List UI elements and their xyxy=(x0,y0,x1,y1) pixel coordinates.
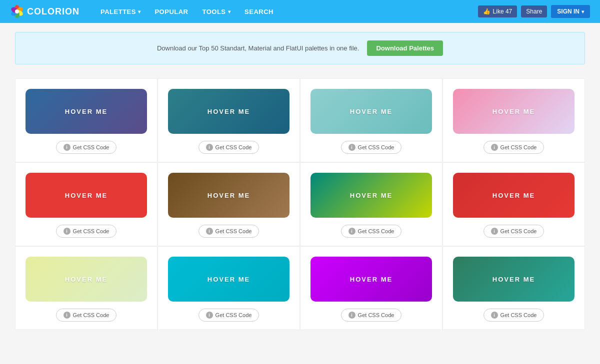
palette-hover-label: HOVER ME xyxy=(350,108,392,115)
palette-swatch[interactable]: HOVER ME xyxy=(453,173,574,218)
palette-grid: HOVER MEiGet CSS CodeHOVER MEiGet CSS Co… xyxy=(0,73,600,335)
get-css-button[interactable]: iGet CSS Code xyxy=(484,141,544,154)
get-css-label: Get CSS Code xyxy=(216,228,252,234)
palette-hover-label: HOVER ME xyxy=(208,276,250,283)
palette-hover-label: HOVER ME xyxy=(350,276,392,283)
share-button[interactable]: Share xyxy=(521,5,547,17)
palette-card: HOVER MEiGet CSS Code xyxy=(15,78,158,162)
palette-card: HOVER MEiGet CSS Code xyxy=(300,78,442,162)
nav-links: PALETTES ▾ POPULAR TOOLS ▾ SEARCH xyxy=(94,5,478,18)
logo-icon xyxy=(10,4,24,18)
get-css-button[interactable]: iGet CSS Code xyxy=(198,225,260,238)
palette-swatch[interactable]: HOVER ME xyxy=(26,89,147,134)
download-palettes-button[interactable]: Download Palettes xyxy=(367,40,443,56)
chevron-down-icon: ▾ xyxy=(582,9,584,14)
palette-hover-label: HOVER ME xyxy=(65,192,108,199)
get-css-button[interactable]: iGet CSS Code xyxy=(484,309,544,322)
navbar: COLORION PALETTES ▾ POPULAR TOOLS ▾ SEAR… xyxy=(0,0,600,23)
palette-card: HOVER MEiGet CSS Code xyxy=(15,162,158,246)
palette-swatch[interactable]: HOVER ME xyxy=(168,257,290,302)
info-icon: i xyxy=(206,312,213,319)
palette-swatch[interactable]: HOVER ME xyxy=(453,257,574,302)
get-css-label: Get CSS Code xyxy=(216,312,252,318)
palette-swatch[interactable]: HOVER ME xyxy=(26,173,147,218)
info-icon: i xyxy=(348,144,356,151)
nav-tools[interactable]: TOOLS ▾ xyxy=(196,5,237,18)
get-css-button[interactable]: iGet CSS Code xyxy=(198,141,260,154)
nav-search[interactable]: SEARCH xyxy=(238,5,280,18)
get-css-label: Get CSS Code xyxy=(73,228,110,234)
get-css-button[interactable]: iGet CSS Code xyxy=(484,225,544,238)
info-icon: i xyxy=(491,144,498,151)
info-icon: i xyxy=(64,228,70,235)
get-css-label: Get CSS Code xyxy=(358,228,394,234)
get-css-button[interactable]: iGet CSS Code xyxy=(56,309,117,322)
info-icon: i xyxy=(64,312,70,319)
palette-swatch[interactable]: HOVER ME xyxy=(168,173,290,218)
get-css-button[interactable]: iGet CSS Code xyxy=(56,225,117,238)
signin-button[interactable]: SIGN IN ▾ xyxy=(551,5,590,18)
logo-text: COLORION xyxy=(27,6,80,17)
get-css-label: Get CSS Code xyxy=(358,312,394,318)
palette-hover-label: HOVER ME xyxy=(65,276,108,283)
palette-card: HOVER MEiGet CSS Code xyxy=(442,246,585,330)
palette-hover-label: HOVER ME xyxy=(208,108,250,115)
like-button[interactable]: 👍 Like 47 xyxy=(478,5,518,17)
palette-swatch[interactable]: HOVER ME xyxy=(453,89,574,134)
thumbs-up-icon: 👍 xyxy=(483,8,490,15)
banner-text: Download our Top 50 Standart, Material a… xyxy=(157,44,359,52)
info-icon: i xyxy=(206,228,213,235)
logo[interactable]: COLORION xyxy=(10,4,80,18)
palette-card: HOVER MEiGet CSS Code xyxy=(158,162,300,246)
get-css-button[interactable]: iGet CSS Code xyxy=(198,309,260,322)
palette-card: HOVER MEiGet CSS Code xyxy=(442,162,585,246)
palette-card: HOVER MEiGet CSS Code xyxy=(300,162,442,246)
palette-card: HOVER MEiGet CSS Code xyxy=(15,246,158,330)
get-css-label: Get CSS Code xyxy=(500,312,537,318)
palette-hover-label: HOVER ME xyxy=(208,192,250,199)
palette-card: HOVER MEiGet CSS Code xyxy=(442,78,585,162)
get-css-label: Get CSS Code xyxy=(500,144,537,150)
download-banner: Download our Top 50 Standart, Material a… xyxy=(15,32,585,64)
palette-card: HOVER MEiGet CSS Code xyxy=(158,246,300,330)
nav-popular[interactable]: POPULAR xyxy=(148,5,194,18)
palette-hover-label: HOVER ME xyxy=(65,108,108,115)
palette-swatch[interactable]: HOVER ME xyxy=(168,89,290,134)
palette-card: HOVER MEiGet CSS Code xyxy=(158,78,300,162)
palette-swatch[interactable]: HOVER ME xyxy=(310,89,432,134)
get-css-label: Get CSS Code xyxy=(73,144,110,150)
get-css-label: Get CSS Code xyxy=(358,144,394,150)
palette-hover-label: HOVER ME xyxy=(492,276,535,283)
info-icon: i xyxy=(491,228,498,235)
chevron-down-icon: ▾ xyxy=(228,9,231,14)
get-css-label: Get CSS Code xyxy=(216,144,252,150)
get-css-button[interactable]: iGet CSS Code xyxy=(341,225,402,238)
palette-swatch[interactable]: HOVER ME xyxy=(310,257,432,302)
get-css-label: Get CSS Code xyxy=(73,312,110,318)
palette-card: HOVER MEiGet CSS Code xyxy=(300,246,442,330)
svg-point-6 xyxy=(15,9,19,13)
palette-swatch[interactable]: HOVER ME xyxy=(26,257,147,302)
palette-hover-label: HOVER ME xyxy=(492,192,535,199)
chevron-down-icon: ▾ xyxy=(138,9,141,14)
info-icon: i xyxy=(348,228,356,235)
nav-palettes[interactable]: PALETTES ▾ xyxy=(94,5,146,18)
palette-hover-label: HOVER ME xyxy=(492,108,535,115)
info-icon: i xyxy=(348,312,356,319)
get-css-button[interactable]: iGet CSS Code xyxy=(341,141,402,154)
info-icon: i xyxy=(491,312,498,319)
get-css-label: Get CSS Code xyxy=(500,228,537,234)
get-css-button[interactable]: iGet CSS Code xyxy=(341,309,402,322)
get-css-button[interactable]: iGet CSS Code xyxy=(56,141,117,154)
nav-right: 👍 Like 47 Share SIGN IN ▾ xyxy=(478,5,590,18)
palette-hover-label: HOVER ME xyxy=(350,192,392,199)
info-icon: i xyxy=(206,144,213,151)
palette-swatch[interactable]: HOVER ME xyxy=(310,173,432,218)
info-icon: i xyxy=(64,144,70,151)
